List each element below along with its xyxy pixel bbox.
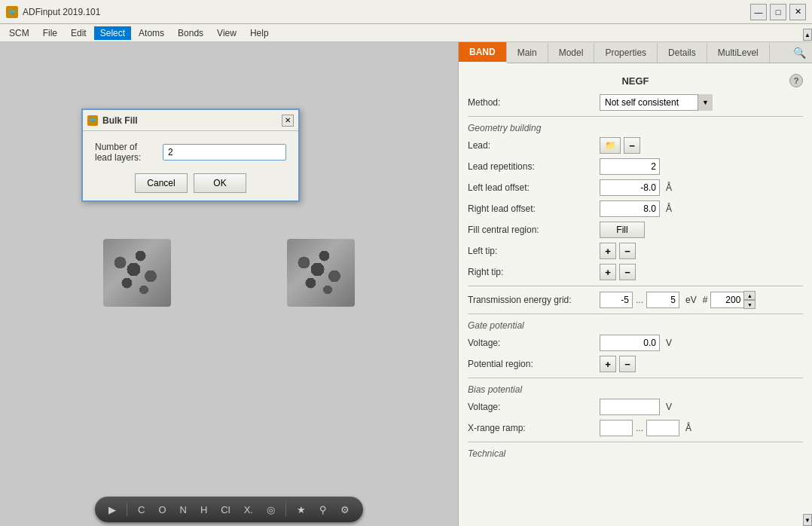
menu-view[interactable]: View (211, 26, 243, 40)
left-lead-unit: Å (666, 182, 672, 193)
help-button[interactable]: ? (789, 74, 803, 87)
dialog-cancel-button[interactable]: Cancel (135, 173, 188, 193)
dialog-close-button[interactable]: ✕ (282, 115, 294, 127)
tab-model[interactable]: Model (548, 43, 595, 63)
menu-select[interactable]: Select (94, 26, 131, 40)
xrange-unit: Å (685, 423, 691, 433)
menu-atoms[interactable]: Atoms (133, 26, 170, 40)
xrange-label: X-range ramp: (468, 423, 600, 433)
right-tip-minus-button[interactable]: − (619, 264, 636, 280)
menu-scm[interactable]: SCM (3, 26, 35, 40)
right-tip-controls: + − (600, 264, 803, 280)
sep-1 (468, 116, 803, 117)
menu-bonds[interactable]: Bonds (172, 26, 209, 40)
tab-band[interactable]: BAND (459, 42, 507, 63)
dialog-buttons: Cancel OK (95, 173, 286, 193)
left-tip-plus-button[interactable]: + (600, 243, 616, 259)
trans-energy-row: Transmission energy grid: ... eV # ▲ ▼ (468, 291, 803, 309)
dialog-field-input[interactable] (163, 144, 286, 161)
trans-count-spinner: ▲ ▼ (710, 291, 756, 309)
dialog-field-label: Number of lead layers: (95, 142, 157, 163)
menu-file[interactable]: File (37, 26, 63, 40)
gate-section-title: Gate potential (468, 320, 803, 331)
tab-multilevel[interactable]: MultiLevel (707, 43, 770, 63)
tab-bar: BAND Main Model Properties Details Multi… (459, 42, 812, 63)
method-select-wrapper: Not self consistent ▼ (600, 94, 713, 111)
xrange-from-input[interactable] (600, 420, 633, 436)
gate-voltage-input[interactable] (600, 335, 660, 351)
left-lead-controls: Å (600, 179, 803, 196)
tab-details[interactable]: Details (658, 43, 707, 63)
sep-2 (468, 286, 803, 286)
left-lead-input[interactable] (600, 179, 660, 196)
dialog-title-bar: 🐦 Bulk Fill ✕ (83, 110, 298, 131)
left-lead-row: Left lead offset: Å (468, 179, 803, 197)
xrange-to-input[interactable] (646, 420, 679, 436)
lead-minus-button[interactable]: − (624, 137, 640, 154)
trans-from-input[interactable] (600, 292, 633, 308)
method-dropdown-arrow[interactable]: ▼ (698, 94, 713, 111)
menu-bar: SCM File Edit Select Atoms Bonds View He… (0, 24, 812, 42)
potential-plus-button[interactable]: + (600, 356, 616, 372)
scroll-up-button[interactable]: ▲ (803, 29, 812, 41)
lead-folder-button[interactable]: 📁 (600, 137, 621, 154)
method-controls: Not self consistent ▼ (600, 94, 803, 111)
potential-minus-button[interactable]: − (619, 356, 636, 372)
trans-to-input[interactable] (646, 292, 679, 308)
tab-properties[interactable]: Properties (594, 43, 658, 63)
panel-content: NEGF ? Method: Not self consistent ▼ Geo… (459, 63, 812, 526)
minimize-button[interactable]: — (750, 4, 767, 20)
fill-button[interactable]: Fill (600, 222, 645, 238)
menu-edit[interactable]: Edit (65, 26, 93, 40)
scrollbar: ▲ (803, 29, 812, 41)
left-tip-label: Left tip: (468, 246, 600, 256)
close-button[interactable]: ✕ (789, 4, 806, 20)
lead-reps-input[interactable] (600, 158, 660, 175)
maximize-button[interactable]: □ (770, 4, 786, 20)
technical-section-title: Technical (468, 448, 803, 459)
energy-range: ... eV # ▲ ▼ (600, 291, 756, 309)
bias-voltage-controls: V (600, 399, 803, 415)
dialog-overlay: 🐦 Bulk Fill ✕ Number of lead layers: Can… (0, 42, 458, 526)
left-tip-minus-button[interactable]: − (619, 243, 636, 259)
left-lead-label: Left lead offset: (468, 182, 600, 193)
panel-title-row: NEGF ? (468, 69, 803, 93)
potential-region-label: Potential region: (468, 359, 600, 369)
spinner-down-button[interactable]: ▼ (744, 300, 755, 308)
lead-reps-row: Lead repetitions: (468, 157, 803, 176)
right-tip-label: Right tip: (468, 267, 600, 277)
lead-reps-controls (600, 158, 803, 175)
xrange-controls: ... Å (600, 420, 803, 436)
bulk-fill-dialog: 🐦 Bulk Fill ✕ Number of lead layers: Can… (81, 109, 300, 202)
title-bar: 🐦 ADFinput 2019.101 — □ ✕ (0, 0, 812, 24)
tab-main[interactable]: Main (507, 43, 548, 63)
spinner-arrows: ▲ ▼ (743, 291, 756, 309)
dialog-field-row: Number of lead layers: (95, 142, 286, 163)
right-tip-plus-button[interactable]: + (600, 264, 616, 280)
gate-voltage-unit: V (666, 338, 672, 348)
right-lead-controls: Å (600, 200, 803, 217)
right-lead-input[interactable] (600, 200, 660, 217)
sep-5 (468, 442, 803, 442)
gate-voltage-row: Voltage: V (468, 334, 803, 352)
right-lead-unit: Å (666, 203, 672, 214)
method-row: Method: Not self consistent ▼ (468, 93, 803, 112)
lead-reps-label: Lead repetitions: (468, 161, 600, 172)
right-panel: BAND Main Model Properties Details Multi… (458, 42, 812, 526)
trans-energy-label: Transmission energy grid: (468, 295, 600, 305)
scroll-down-button[interactable]: ▼ (803, 514, 812, 526)
bias-section-title: Bias potential (468, 384, 803, 395)
energy-dots: ... (636, 295, 643, 305)
search-icon[interactable]: 🔍 (787, 44, 812, 62)
bias-voltage-input[interactable] (600, 399, 660, 415)
dialog-ok-button[interactable]: OK (194, 173, 246, 193)
right-tip-row: Right tip: + − (468, 263, 803, 281)
left-tip-controls: + − (600, 243, 803, 259)
spinner-up-button[interactable]: ▲ (744, 292, 755, 300)
method-select-text[interactable]: Not self consistent (600, 94, 698, 111)
menu-help[interactable]: Help (244, 26, 275, 40)
method-label: Method: (468, 97, 600, 108)
trans-count-input[interactable] (710, 292, 743, 308)
trans-energy-controls: ... eV # ▲ ▼ (600, 291, 803, 309)
right-lead-row: Right lead offset: Å (468, 200, 803, 218)
